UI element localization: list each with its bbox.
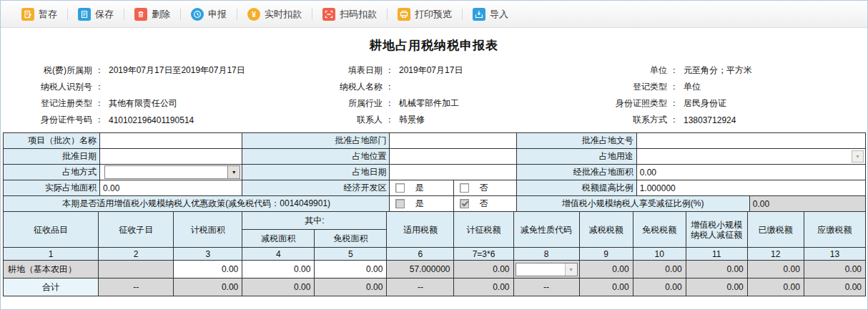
table-row: 耕地（基本农田） 0.00 0.00 0.00 57.000000 0.00 ▼…	[4, 261, 866, 278]
col-number: 1	[4, 248, 99, 261]
toolbar-button-label: 打印预览	[415, 8, 452, 21]
tax-increase-ratio-label: 税额提高比例	[516, 180, 636, 196]
print-preview-button[interactable]: 打印预览	[394, 8, 455, 21]
small-scale-policy-yes-checkbox[interactable]	[395, 199, 405, 208]
tax-increase-ratio-input[interactable]: 1.000000	[636, 180, 865, 196]
land-occupation-form: 项目（批次）名称 批准占地部门 批准占地文号 批准日期 占地位置 占地用途 ▼ …	[3, 132, 866, 212]
import-icon	[473, 8, 485, 21]
draft-button[interactable]: 暂存	[18, 8, 61, 21]
draft-icon	[21, 8, 34, 21]
reduced-tax-value: 0.00	[579, 261, 633, 278]
economic-zone-no-checkbox[interactable]	[460, 183, 469, 193]
chevron-down-icon[interactable]: ▼	[227, 166, 240, 178]
toolbar-separator	[387, 9, 388, 20]
total-reduced-area: 0.00	[242, 278, 315, 296]
small-scale-policy-yes-cell: 是	[390, 196, 454, 212]
column-header: 免税税额	[633, 212, 686, 248]
among-header: 其中:	[242, 212, 387, 230]
levy-item-name: 耕地（基本农田）	[4, 261, 99, 278]
total-row: 合计 -- 0.00 0.00 0.00 -- 0.00 -- 0.00 0.0…	[4, 278, 866, 296]
occupation-date-input[interactable]	[390, 165, 516, 180]
economic-zone-no-cell: 否	[454, 180, 516, 196]
save-button[interactable]: 保存	[74, 8, 117, 21]
chevron-down-icon[interactable]: ▼	[565, 263, 577, 276]
field-id-number: 身份证件号码：410102196401190514	[1, 112, 314, 128]
taxpayer-info: 税(费)所属期：2019年07月17日至2019年07月17日 填表日期：201…	[1, 62, 867, 128]
farmland-tax-declaration-page: 暂存 保存 删除 申报 ¥ 实时扣款	[0, 0, 868, 310]
field-registration-type: 登记类型：单位	[576, 79, 867, 95]
total-payable-tax: 0.00	[804, 278, 865, 296]
field-tax-period: 税(费)所属期：2019年07月17日至2019年07月17日	[1, 62, 314, 79]
col-number: 11	[686, 248, 747, 261]
small-scale-policy-no-checkbox[interactable]	[460, 199, 469, 208]
tax-area-input[interactable]: 0.00	[174, 261, 242, 278]
economic-zone-yes-checkbox[interactable]	[395, 183, 405, 193]
scan-deduct-button[interactable]: 扫码扣款	[319, 8, 380, 21]
column-header: 计征税额	[454, 212, 513, 248]
toolbar-separator	[124, 9, 124, 20]
approved-area-label: 经批准占地面积	[516, 165, 636, 180]
col-number: 4	[242, 248, 315, 261]
actual-area-label: 实际占地面积	[4, 180, 100, 196]
no-label: 否	[479, 198, 488, 210]
col-number: 9	[579, 248, 633, 261]
declare-button[interactable]: 申报	[187, 8, 230, 21]
delete-icon	[134, 8, 147, 21]
approval-department-input[interactable]	[390, 133, 516, 149]
approval-date-input[interactable]	[100, 149, 242, 165]
levied-tax-value: 0.00	[454, 261, 513, 278]
toolbar-button-label: 暂存	[39, 8, 57, 21]
total-applicable-rate: --	[387, 278, 454, 296]
exempt-tax-value: 0.00	[633, 261, 686, 278]
approved-area-input[interactable]: 0.00	[636, 165, 865, 180]
total-exempt-tax: 0.00	[633, 278, 686, 296]
column-header: 已缴税额	[747, 212, 804, 248]
toolbar-button-label: 实时扣款	[265, 8, 302, 21]
reduced-area-input[interactable]: 0.00	[242, 261, 315, 278]
field-registered-type: 登记注册类型：其他有限责任公司	[1, 95, 314, 112]
delete-button[interactable]: 删除	[131, 8, 174, 21]
toolbar-button-label: 申报	[208, 8, 227, 21]
field-id-cert-type: 身份证照类型：居民身份证	[576, 95, 867, 112]
total-reduction-code: --	[513, 278, 579, 296]
declare-icon	[191, 8, 204, 21]
save-icon	[78, 8, 91, 21]
small-scale-policy-no-cell: 否	[454, 196, 516, 212]
land-location-input[interactable]	[390, 149, 516, 165]
land-use-label: 占地用途	[516, 149, 636, 165]
page-title: 耕地占用税纳税申报表	[1, 37, 867, 53]
field-unit: 单位：元至角分；平方米	[576, 62, 867, 79]
exempt-area-input[interactable]: 0.00	[315, 261, 387, 278]
realtime-deduct-button[interactable]: ¥ 实时扣款	[244, 8, 305, 21]
toolbar: 暂存 保存 删除 申报 ¥ 实时扣款	[1, 1, 867, 28]
col-number: 13	[804, 248, 865, 261]
project-name-input[interactable]	[100, 133, 242, 149]
print-preview-icon	[398, 8, 410, 21]
column-header: 征收品目	[4, 212, 99, 248]
import-button[interactable]: 导入	[469, 8, 512, 21]
occupation-method-select[interactable]: ▼	[104, 165, 240, 179]
total-tax-area: 0.00	[174, 278, 242, 296]
field-filing-date: 填表日期：2019年07月17日	[314, 62, 576, 79]
economic-zone-yes-cell: 是	[390, 180, 454, 196]
occupation-method-value	[105, 166, 227, 178]
col-number: 7=3*6	[454, 248, 513, 261]
toolbar-separator	[180, 9, 181, 20]
toolbar-button-label: 保存	[95, 8, 114, 21]
occupation-method-cell: ▼	[100, 165, 242, 180]
payable-tax-value: 0.00	[804, 261, 865, 278]
paid-tax-value: 0.00	[747, 261, 804, 278]
land-use-select[interactable]: ▼	[636, 149, 865, 165]
chevron-down-icon[interactable]: ▼	[852, 150, 864, 163]
actual-area-input[interactable]: 0.00	[100, 180, 242, 196]
col-number: 12	[747, 248, 804, 261]
toolbar-separator	[312, 9, 312, 20]
reduction-code-select[interactable]: ▼	[516, 263, 578, 276]
column-header: 征收子目	[99, 212, 174, 248]
approval-doc-number-input[interactable]	[636, 133, 865, 149]
col-number: 10	[633, 248, 686, 261]
yes-label: 是	[415, 182, 423, 194]
field-contact-phone: 联系方式：13803712924	[576, 112, 867, 128]
land-location-label: 占地位置	[242, 149, 390, 165]
toolbar-button-label: 导入	[490, 8, 508, 21]
